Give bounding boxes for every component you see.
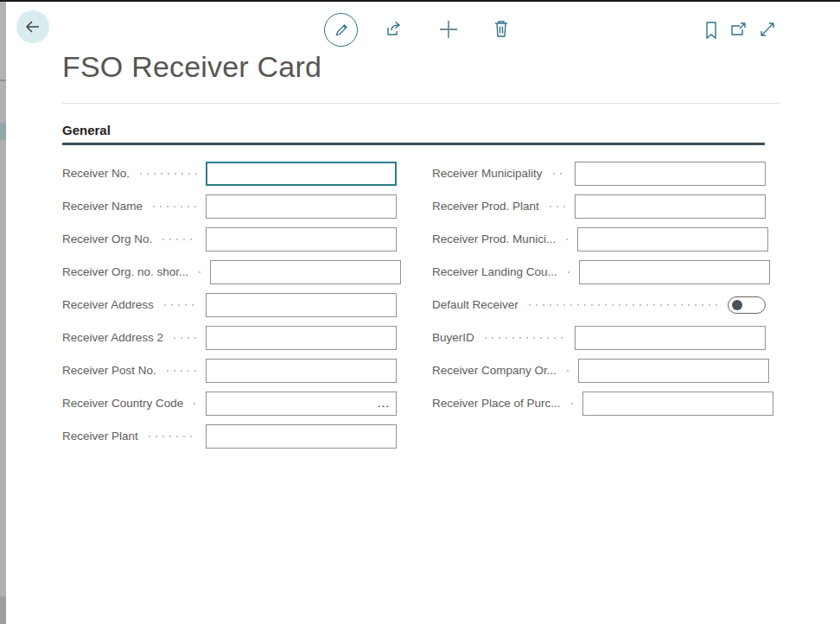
field-row-receiver-org-no: Receiver Org No. (62, 227, 397, 252)
dotted-leader (564, 370, 570, 372)
input-receiver-place-of-purc[interactable] (582, 392, 773, 416)
fso-receiver-card-page: FSO Receiver Card General Receiver No.Re… (0, 0, 840, 624)
input-receiver-plant[interactable] (206, 424, 397, 449)
input-receiver-prod-munici[interactable] (577, 227, 768, 252)
sliver-segment (0, 596, 6, 624)
input-receiver-prod-plant[interactable] (575, 194, 766, 219)
field-label-receiver-municipality: Receiver Municipality (432, 162, 543, 186)
share-icon (384, 19, 404, 40)
dotted-leader (162, 304, 197, 306)
edit-button[interactable] (324, 13, 358, 47)
dotted-leader (191, 403, 197, 404)
delete-button[interactable] (490, 17, 512, 40)
input-buyerid[interactable] (575, 326, 766, 350)
share-button[interactable] (383, 18, 405, 41)
new-button[interactable] (437, 18, 460, 41)
field-label-receiver-prod-munici: Receiver Prod. Munici... (432, 227, 556, 252)
input-receiver-no[interactable] (206, 162, 397, 186)
dotted-leader (563, 239, 569, 240)
input-receiver-name[interactable] (206, 194, 397, 219)
input-receiver-municipality[interactable] (575, 162, 766, 186)
trash-icon (492, 18, 511, 39)
expand-button[interactable] (756, 18, 779, 41)
field-row-receiver-municipality: Receiver Municipality (432, 162, 766, 186)
background-window-sliver (0, 2, 6, 624)
title-divider (62, 103, 780, 104)
open-new-window-button[interactable] (728, 19, 750, 40)
input-receiver-landing-cou[interactable] (579, 260, 770, 284)
dotted-leader (150, 206, 197, 207)
section-heading-general[interactable]: General (62, 123, 111, 137)
dotted-leader (526, 304, 719, 306)
sliver-segment (0, 123, 6, 140)
field-label-receiver-prod-plant: Receiver Prod. Plant (432, 194, 539, 219)
field-label-receiver-address-2: Receiver Address 2 (62, 326, 163, 350)
input-receiver-company-or[interactable] (578, 359, 769, 383)
field-label-receiver-place-of-purc: Receiver Place of Purc... (432, 392, 561, 416)
field-label-receiver-no: Receiver No. (62, 162, 130, 186)
dotted-leader (547, 206, 566, 207)
sliver-segment (0, 80, 6, 81)
input-receiver-address-2[interactable] (206, 326, 397, 350)
page-title: FSO Receiver Card (62, 50, 321, 84)
field-label-receiver-org-no-shor: Receiver Org. no. shor... (62, 260, 188, 284)
sliver-segment (0, 2, 6, 80)
field-row-receiver-no: Receiver No. (62, 162, 397, 186)
section-underline (62, 143, 765, 145)
general-fields-grid: Receiver No.Receiver NameReceiver Org No… (62, 162, 767, 457)
dotted-leader (171, 337, 197, 339)
field-label-receiver-org-no: Receiver Org No. (62, 227, 152, 252)
field-row-buyerid: BuyerID (432, 326, 766, 350)
toggle-default-receiver[interactable] (728, 296, 766, 314)
bookmark-icon (703, 20, 719, 41)
toggle-knob (732, 300, 742, 310)
field-label-buyerid: BuyerID (432, 326, 474, 350)
field-row-receiver-address-2: Receiver Address 2 (62, 326, 397, 350)
dotted-leader (196, 271, 201, 273)
field-label-receiver-landing-cou: Receiver Landing Cou... (432, 260, 557, 284)
field-row-receiver-org-no-shor: Receiver Org. no. shor... (62, 260, 397, 284)
pencil-icon (333, 22, 350, 39)
arrow-left-icon (23, 17, 42, 36)
dotted-leader (482, 337, 566, 339)
input-receiver-country-code[interactable] (206, 392, 397, 416)
dotted-leader (160, 239, 197, 240)
field-row-receiver-prod-plant: Receiver Prod. Plant (432, 194, 766, 219)
field-row-receiver-place-of-purc: Receiver Place of Purc... (432, 392, 766, 416)
field-row-receiver-prod-munici: Receiver Prod. Munici... (432, 227, 766, 252)
fields-column-right: Receiver MunicipalityReceiver Prod. Plan… (432, 162, 766, 457)
field-row-receiver-company-or: Receiver Company Or... (432, 359, 766, 383)
field-label-receiver-country-code: Receiver Country Code (62, 392, 183, 416)
input-wrap-receiver-country-code: … (206, 392, 397, 416)
open-new-window-icon (729, 20, 749, 39)
assist-edit-ellipsis-icon[interactable]: … (377, 396, 391, 409)
field-label-receiver-plant: Receiver Plant (62, 424, 138, 449)
dotted-leader (146, 436, 197, 437)
field-row-receiver-post-no: Receiver Post No. (62, 359, 397, 383)
dotted-leader (565, 271, 570, 273)
window-top-edge (0, 0, 840, 2)
bookmark-button[interactable] (703, 19, 720, 41)
field-row-receiver-country-code: Receiver Country Code… (62, 392, 397, 416)
dotted-leader (550, 173, 566, 175)
back-button[interactable] (16, 10, 49, 43)
field-label-receiver-post-no: Receiver Post No. (62, 359, 156, 383)
field-label-receiver-address: Receiver Address (62, 293, 154, 317)
field-row-receiver-name: Receiver Name (62, 194, 397, 219)
input-receiver-post-no[interactable] (206, 359, 397, 383)
field-row-receiver-plant: Receiver Plant (62, 424, 397, 449)
field-label-default-receiver: Default Receiver (432, 293, 519, 317)
dotted-leader (137, 173, 197, 175)
dotted-leader (569, 403, 574, 404)
expand-icon (757, 19, 778, 40)
input-receiver-org-no-shor[interactable] (210, 260, 401, 284)
field-row-receiver-address: Receiver Address (62, 293, 397, 317)
dotted-leader (164, 370, 197, 372)
field-label-receiver-company-or: Receiver Company Or... (432, 359, 557, 383)
field-row-default-receiver: Default Receiver (432, 293, 766, 317)
field-row-receiver-landing-cou: Receiver Landing Cou... (432, 260, 766, 284)
fields-column-left: Receiver No.Receiver NameReceiver Org No… (62, 162, 397, 457)
field-label-receiver-name: Receiver Name (62, 194, 143, 219)
input-receiver-org-no[interactable] (206, 227, 397, 252)
input-receiver-address[interactable] (206, 293, 397, 317)
